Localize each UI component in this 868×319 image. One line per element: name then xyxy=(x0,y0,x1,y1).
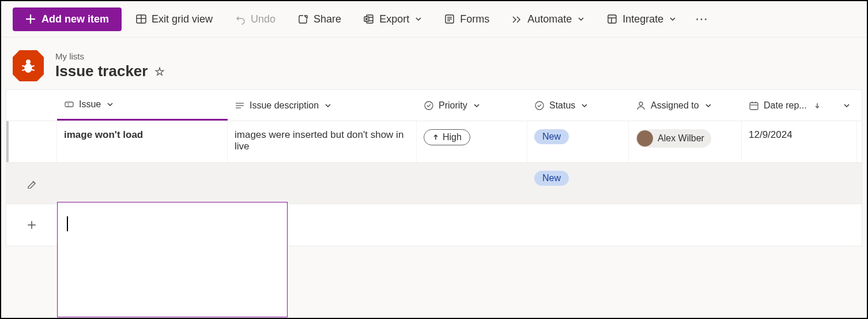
svg-text:T: T xyxy=(67,102,70,107)
arrow-up-icon xyxy=(432,134,439,141)
column-header-issue[interactable]: T Issue xyxy=(57,90,228,121)
list-app-icon xyxy=(13,50,44,81)
chevron-down-icon xyxy=(473,102,480,109)
cell-status[interactable]: New xyxy=(527,121,629,162)
row-gutter-header xyxy=(6,90,57,121)
chevron-down-icon xyxy=(669,16,676,22)
chevron-down-icon xyxy=(581,102,588,109)
column-header-status[interactable]: Status xyxy=(527,90,629,121)
priority-pill: High xyxy=(424,129,470,145)
column-label: Date rep... xyxy=(764,100,807,111)
column-header-row: T Issue Issue description Priority Statu… xyxy=(6,90,862,121)
column-header-assigned[interactable]: Assigned to xyxy=(629,90,742,121)
svg-point-27 xyxy=(425,102,433,110)
cell-status[interactable]: New xyxy=(527,163,629,204)
exit-grid-view-button[interactable]: Exit grid view xyxy=(127,9,221,30)
automate-icon xyxy=(511,13,523,25)
svg-point-29 xyxy=(639,102,643,106)
add-new-item-button[interactable]: Add new item xyxy=(13,7,122,31)
avatar xyxy=(637,130,653,147)
share-button[interactable]: Share xyxy=(289,9,349,30)
column-label: Priority xyxy=(439,100,467,111)
svg-rect-13 xyxy=(608,15,616,23)
bug-icon xyxy=(19,57,37,75)
svg-line-20 xyxy=(22,70,25,70)
text-field-icon: T xyxy=(64,99,74,110)
exit-grid-label: Exit grid view xyxy=(152,13,213,25)
svg-point-28 xyxy=(535,102,544,110)
svg-rect-30 xyxy=(750,103,758,110)
undo-icon xyxy=(235,13,246,25)
chevron-down-icon xyxy=(705,102,712,109)
list-header: My lists Issue tracker ☆ xyxy=(1,37,867,89)
edit-row-indicator[interactable] xyxy=(6,163,57,204)
choice-icon xyxy=(534,100,545,111)
ellipsis-icon: ⋯ xyxy=(695,12,708,27)
status-badge: New xyxy=(534,171,569,186)
undo-button[interactable]: Undo xyxy=(227,9,284,30)
column-header-description[interactable]: Issue description xyxy=(228,90,417,121)
calendar-icon xyxy=(749,100,759,111)
automate-button[interactable]: Automate xyxy=(503,9,592,30)
excel-icon xyxy=(363,13,375,25)
more-actions-button[interactable]: ⋯ xyxy=(690,7,713,31)
row-handle[interactable] xyxy=(6,121,57,162)
svg-point-17 xyxy=(24,63,32,73)
svg-line-21 xyxy=(31,70,34,70)
cell-editor-popup[interactable] xyxy=(57,202,288,317)
integrate-icon xyxy=(606,13,618,25)
plus-icon xyxy=(25,14,36,24)
cell-date-reported[interactable] xyxy=(742,163,857,204)
table-row[interactable]: New xyxy=(6,163,862,204)
automate-label: Automate xyxy=(527,13,572,25)
breadcrumb[interactable]: My lists xyxy=(55,51,165,61)
forms-button[interactable]: Forms xyxy=(436,9,497,30)
share-label: Share xyxy=(314,13,341,25)
cell-assigned[interactable]: Alex Wilber xyxy=(629,121,742,162)
column-label: Status xyxy=(549,100,575,111)
svg-line-19 xyxy=(31,66,34,66)
share-icon xyxy=(297,13,309,25)
cell-priority[interactable] xyxy=(417,163,527,204)
cell-priority[interactable]: High xyxy=(417,121,527,162)
grid-icon xyxy=(135,13,147,25)
table-row[interactable]: image won't load images were inserted bu… xyxy=(6,121,862,163)
svg-line-18 xyxy=(22,66,25,66)
favorite-star-icon[interactable]: ☆ xyxy=(154,65,165,78)
cell-description[interactable]: images were inserted but don't show in l… xyxy=(228,121,417,162)
data-grid: T Issue Issue description Priority Statu… xyxy=(6,89,862,246)
cell-issue[interactable] xyxy=(57,163,228,204)
chevron-down-icon xyxy=(843,102,850,109)
add-row-button[interactable] xyxy=(6,204,57,246)
chevron-down-icon xyxy=(578,16,584,22)
arrow-down-icon xyxy=(814,102,821,109)
cell-date-reported[interactable]: 12/9/2024 xyxy=(742,121,857,162)
export-label: Export xyxy=(379,13,409,25)
choice-icon xyxy=(424,100,434,111)
export-button[interactable]: Export xyxy=(355,9,430,30)
forms-icon xyxy=(444,13,455,25)
cell-description[interactable] xyxy=(228,163,417,204)
column-label: Issue xyxy=(79,99,101,110)
text-cursor xyxy=(67,216,68,229)
add-new-item-label: Add new item xyxy=(41,13,109,25)
chevron-down-icon xyxy=(415,16,422,22)
person-chip: Alex Wilber xyxy=(636,129,711,148)
integrate-label: Integrate xyxy=(622,13,663,25)
undo-label: Undo xyxy=(251,13,276,25)
plus-icon xyxy=(27,220,37,230)
forms-label: Forms xyxy=(460,13,489,25)
command-bar: Add new item Exit grid view Undo Share E… xyxy=(1,1,867,37)
pencil-icon xyxy=(27,178,37,189)
page-title: Issue tracker xyxy=(55,62,148,80)
column-header-priority[interactable]: Priority xyxy=(417,90,527,121)
cell-assigned[interactable] xyxy=(629,163,742,204)
chevron-down-icon xyxy=(107,101,114,108)
person-icon xyxy=(636,100,646,111)
column-header-date-reported[interactable]: Date rep... xyxy=(742,90,857,121)
chevron-down-icon xyxy=(324,102,331,109)
integrate-button[interactable]: Integrate xyxy=(598,9,684,30)
column-label: Issue description xyxy=(250,100,319,111)
cell-issue[interactable]: image won't load xyxy=(57,121,228,162)
column-label: Assigned to xyxy=(651,100,699,111)
